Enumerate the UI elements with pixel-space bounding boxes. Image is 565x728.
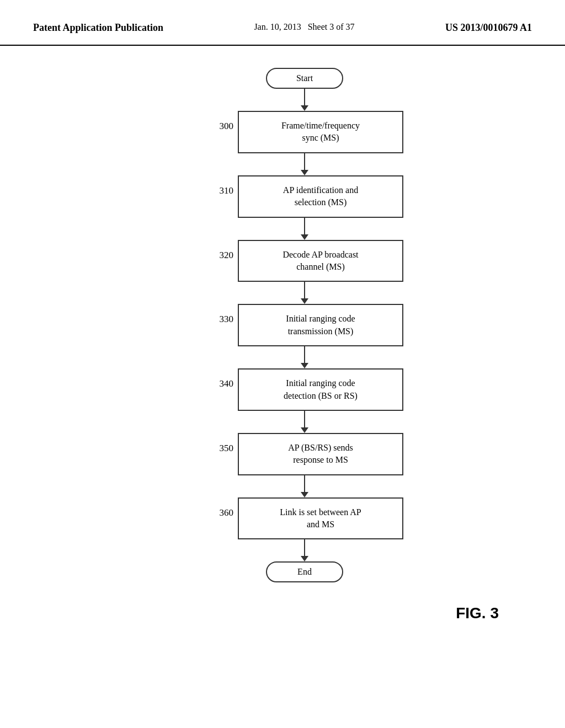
- step-310-box: AP identification andselection (MS): [238, 175, 403, 218]
- step-300-row: 300 Frame/time/frequencysync (MS): [206, 111, 403, 153]
- publication-date: Jan. 10, 2013: [254, 22, 301, 31]
- step-340-label: 340: [206, 368, 233, 389]
- arrow-head-4: [301, 363, 308, 368]
- step-320-row: 320 Decode AP broadcastchannel (MS): [206, 240, 403, 282]
- sheet-info: Sheet 3 of 37: [308, 22, 355, 31]
- step-300-label: 300: [206, 111, 233, 132]
- arrow-line-3: [304, 282, 305, 298]
- figure-label: FIG. 3: [0, 604, 565, 622]
- step-340-row: 340 Initial ranging codedetection (BS or…: [206, 368, 403, 411]
- arrow-line-7: [304, 539, 305, 556]
- step-310-row: 310 AP identification andselection (MS): [206, 175, 403, 218]
- step-340-box: Initial ranging codedetection (BS or RS): [238, 368, 403, 411]
- arrow-head-2: [301, 234, 308, 240]
- flowchart: Start 300 Frame/time/frequencysync (MS) …: [206, 68, 403, 582]
- arrow-line-6: [304, 475, 305, 492]
- arrow-head-1: [301, 170, 308, 175]
- arrow-line-1: [304, 153, 305, 170]
- arrow-1: [301, 153, 308, 175]
- diagram-container: Start 300 Frame/time/frequencysync (MS) …: [0, 46, 565, 593]
- step-350-label: 350: [206, 433, 233, 454]
- page-header: Patent Application Publication Jan. 10, …: [0, 0, 565, 46]
- arrow-line-2: [304, 218, 305, 234]
- step-330-box: Initial ranging codetransmission (MS): [238, 304, 403, 346]
- arrow-head-7: [301, 556, 308, 561]
- arrow-2: [301, 218, 308, 240]
- step-300-box: Frame/time/frequencysync (MS): [238, 111, 403, 153]
- step-330-label: 330: [206, 304, 233, 325]
- publication-date-sheet: Jan. 10, 2013 Sheet 3 of 37: [254, 22, 354, 32]
- arrow-line-4: [304, 346, 305, 363]
- arrow-head-5: [301, 427, 308, 433]
- step-360-label: 360: [206, 497, 233, 518]
- arrow-7: [301, 539, 308, 561]
- step-350-box: AP (BS/RS) sendsresponse to MS: [238, 433, 403, 475]
- publication-number: US 2013/0010679 A1: [445, 22, 532, 34]
- step-320-box: Decode AP broadcastchannel (MS): [238, 240, 403, 282]
- step-360-box: Link is set between APand MS: [238, 497, 403, 540]
- step-350-row: 350 AP (BS/RS) sendsresponse to MS: [206, 433, 403, 475]
- arrow-0: [301, 89, 308, 111]
- arrow-line-0: [304, 89, 305, 105]
- step-310-label: 310: [206, 175, 233, 196]
- arrow-head-3: [301, 298, 308, 304]
- step-330-row: 330 Initial ranging codetransmission (MS…: [206, 304, 403, 346]
- step-360-row: 360 Link is set between APand MS: [206, 497, 403, 540]
- arrow-3: [301, 282, 308, 304]
- step-320-label: 320: [206, 240, 233, 261]
- start-terminal: Start: [266, 68, 343, 89]
- end-terminal: End: [266, 561, 343, 582]
- arrow-6: [301, 475, 308, 497]
- arrow-5: [301, 411, 308, 433]
- arrow-head-6: [301, 492, 308, 497]
- arrow-head-0: [301, 105, 308, 111]
- publication-title: Patent Application Publication: [33, 22, 163, 34]
- arrow-4: [301, 346, 308, 368]
- arrow-line-5: [304, 411, 305, 427]
